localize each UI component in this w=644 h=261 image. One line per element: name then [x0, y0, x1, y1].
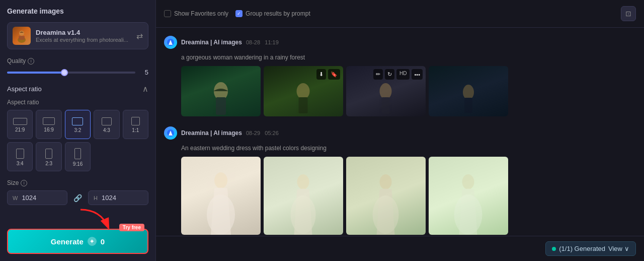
model-desc: Excels at everything from photoreali...: [36, 37, 136, 43]
hd-badge-img3: HD: [396, 69, 410, 80]
image-strip-2: [181, 157, 636, 235]
right-header: Show Favorites only ✓ Group results by p…: [156, 0, 644, 28]
aspect-empty-2: [123, 142, 148, 171]
download-btn-img2[interactable]: ⬇: [316, 69, 326, 80]
wedding-image-4[interactable]: [429, 157, 508, 235]
model-selector[interactable]: Dreamina v1.4 Excels at everything from …: [7, 22, 148, 49]
generated-badge: (1/1) Generated View ∨: [545, 241, 636, 256]
svg-rect-7: [216, 97, 226, 115]
view-chevron-icon: ∨: [624, 245, 629, 252]
group-checkbox-box[interactable]: ✓: [235, 10, 243, 17]
star-icon: ✦: [88, 237, 97, 246]
panel-title: Generate images: [7, 7, 148, 15]
prompt-header-1: Dreamina | AI images 08-28 11:19: [164, 36, 636, 49]
svg-rect-9: [299, 97, 308, 113]
prompt-source-2: Dreamina | AI images: [181, 129, 242, 137]
generate-count: 0: [101, 237, 105, 246]
generated-label: (1/1) Generated: [559, 245, 605, 252]
svg-point-8: [297, 83, 310, 99]
svg-point-23: [454, 194, 482, 235]
aspect-empty-1: [94, 142, 119, 171]
aspect-btn-3-2[interactable]: 3:2: [65, 110, 91, 139]
forest-image-1[interactable]: [181, 66, 261, 116]
quality-slider[interactable]: [7, 72, 135, 74]
generate-button[interactable]: Generate ✦ 0: [7, 229, 148, 254]
aspect-btn-21-9[interactable]: 21:9: [7, 110, 33, 139]
svg-point-16: [214, 172, 227, 188]
prompt-group-2: Dreamina | AI images 08-29 05:26 An east…: [164, 126, 636, 235]
svg-point-21: [373, 195, 399, 234]
try-free-badge: Try free: [119, 224, 144, 231]
size-width-group: W 1024: [7, 190, 67, 205]
prompt-avatar-1: [164, 36, 177, 49]
size-row: W 1024 🔗 H 1024: [7, 190, 148, 205]
svg-point-17: [207, 194, 235, 235]
quality-row: 5: [7, 69, 148, 76]
aspect-ratio-collapse-btn[interactable]: ∧: [142, 84, 148, 94]
group-by-prompt-checkbox[interactable]: ✓ Group results by prompt: [235, 10, 310, 17]
more-btn-img3[interactable]: •••: [412, 69, 423, 80]
retry-btn-img3[interactable]: ↻: [385, 69, 394, 80]
aspect-btn-2-3[interactable]: 2:3: [36, 142, 61, 171]
svg-rect-13: [464, 98, 472, 113]
view-button[interactable]: View ∨: [608, 245, 629, 252]
image-strip-1: ⬇ 🔖 ✏ ↻ HD •••: [181, 66, 636, 116]
size-section: Size i W 1024 🔗 H 1024: [7, 179, 148, 205]
svg-point-12: [463, 85, 474, 100]
size-label: Size i: [7, 179, 148, 186]
feed-area: Dreamina | AI images 08-28 11:19 a gorge…: [156, 28, 644, 236]
save-layout-button[interactable]: ⊡: [621, 6, 636, 21]
aspect-ratio-section: Aspect ratio ∧ Aspect ratio 21:9 16:9 3:…: [7, 84, 148, 171]
bottom-area: Try free Generate ✦ 0: [7, 229, 148, 254]
aspect-btn-9-16[interactable]: 9:16: [65, 142, 91, 171]
quality-label: Quality i: [7, 57, 148, 64]
forest-image-4[interactable]: [429, 66, 508, 116]
aspect-shape-16-9: [43, 117, 55, 125]
svg-rect-2: [19, 36, 25, 40]
edit-btn-img3[interactable]: ✏: [373, 69, 383, 80]
aspect-shape-1-1: [131, 117, 140, 125]
svg-rect-11: [382, 97, 390, 113]
size-h-label: H: [94, 195, 98, 201]
wedding-image-3[interactable]: [346, 157, 426, 235]
right-panel: Show Favorites only ✓ Group results by p…: [156, 0, 644, 261]
view-label: View: [608, 245, 622, 252]
prompt-date-2: 08-29 05:26: [246, 130, 279, 136]
forest-image-3[interactable]: ✏ ↻ HD •••: [346, 66, 426, 116]
prompt-source-1: Dreamina | AI images: [181, 39, 242, 46]
aspect-shape-3-4: [16, 149, 24, 159]
aspect-btn-4-3[interactable]: 4:3: [94, 110, 119, 139]
group-by-prompt-label: Group results by prompt: [246, 10, 310, 17]
quality-info-icon: i: [28, 58, 34, 64]
aspect-shape-2-3: [45, 149, 52, 159]
wedding-image-1[interactable]: [181, 157, 261, 235]
prompt-header-2: Dreamina | AI images 08-29 05:26: [164, 126, 636, 140]
aspect-btn-3-4[interactable]: 3:4: [7, 142, 33, 171]
aspect-shape-3-2: [72, 117, 83, 125]
model-adjust-icon: ⇄: [136, 31, 143, 41]
prompt-avatar-2: [164, 126, 177, 140]
aspect-ratio-header: Aspect ratio ∧: [7, 84, 148, 94]
forest-image-2[interactable]: ⬇ 🔖: [264, 66, 343, 116]
svg-point-19: [291, 195, 316, 234]
wedding-image-2[interactable]: [264, 157, 343, 235]
bookmark-btn-img2[interactable]: 🔖: [328, 69, 340, 80]
image-2-actions: ⬇ 🔖: [316, 69, 340, 80]
size-info-icon: i: [21, 180, 27, 186]
svg-point-22: [462, 174, 474, 189]
generated-dot: [552, 247, 556, 251]
show-favorites-checkbox[interactable]: Show Favorites only: [164, 10, 228, 17]
aspect-ratio-grid-row2: 3:4 2:3 9:16: [7, 142, 148, 171]
aspect-shape-9-16: [74, 148, 81, 159]
aspect-btn-1-1[interactable]: 1:1: [123, 110, 148, 139]
image-3-actions: ✏ ↻ HD •••: [373, 69, 423, 80]
aspect-shape-21-9: [13, 118, 27, 125]
model-name: Dreamina v1.4: [36, 29, 136, 36]
model-avatar: [13, 27, 31, 45]
prompt-date-1: 08-28 11:19: [246, 39, 279, 45]
model-info: Dreamina v1.4 Excels at everything from …: [36, 29, 136, 43]
aspect-ratio-label: Aspect ratio: [7, 85, 42, 93]
aspect-btn-16-9[interactable]: 16:9: [36, 110, 61, 139]
prompt-text-2: An eastern wedding dress with pastel col…: [181, 145, 636, 152]
favorites-checkbox-box[interactable]: [164, 10, 171, 17]
